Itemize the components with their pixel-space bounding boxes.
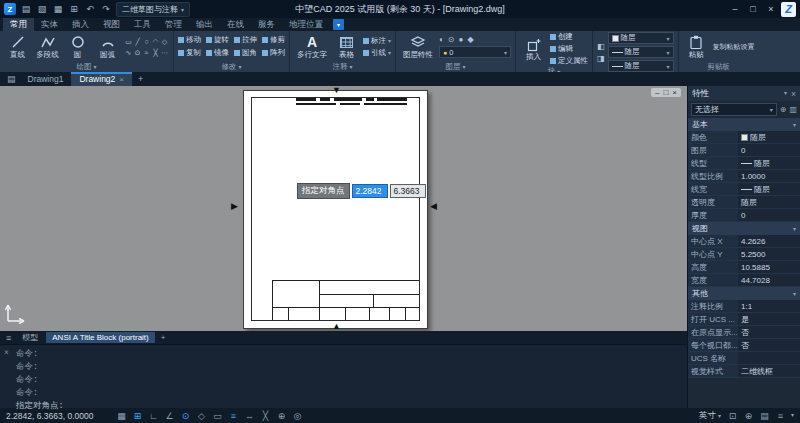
document-list-icon[interactable]: ▤ — [3, 72, 20, 86]
layer-group-label[interactable]: 图层 ▾ — [400, 61, 511, 72]
ribbon-options-icon[interactable]: ▾ — [333, 19, 344, 30]
move-button[interactable]: 移动 — [178, 35, 201, 45]
property-value[interactable]: 随层 — [738, 157, 800, 169]
layer-freeze-icon[interactable]: ⊙ — [448, 35, 455, 44]
property-value[interactable]: 随层 — [738, 196, 800, 208]
undo-icon[interactable]: ↶ — [84, 4, 96, 14]
snap-mode-icon[interactable]: ▦ — [116, 411, 127, 421]
array-button[interactable]: 阵列 — [262, 48, 285, 58]
property-value[interactable]: 随层 — [738, 131, 800, 143]
layer-dropdown[interactable]: ● 0 ▾ — [439, 46, 511, 58]
property-value[interactable]: 4.2626 — [738, 235, 800, 247]
minimize-button[interactable]: – — [727, 4, 743, 14]
property-value[interactable]: 否 — [738, 326, 800, 338]
print-icon[interactable]: ⊞ — [68, 4, 80, 14]
workspace-switcher[interactable]: 二维草图与注释 ▾ — [116, 2, 190, 17]
mdi-minimize-icon[interactable]: – — [655, 88, 659, 97]
property-value[interactable]: 随层 — [738, 183, 800, 195]
dynamic-input-x-field[interactable]: 2.2842 — [352, 184, 388, 198]
donut-icon[interactable]: ○ — [142, 36, 151, 47]
object-snap-tracking-icon[interactable]: ◇ — [196, 411, 207, 421]
circle-button[interactable]: 圆 — [64, 35, 91, 59]
copy-button[interactable]: 复制 — [178, 48, 201, 58]
command-prompt-input[interactable]: 指定对角点: — [16, 400, 681, 412]
mdi-close-icon[interactable]: × — [672, 88, 677, 97]
layer-lock-icon[interactable]: ◆ — [467, 35, 473, 44]
lineweight-control-dropdown[interactable]: 随层 ▾ — [608, 60, 674, 72]
pickadd-toggle-icon[interactable]: ⊕ — [780, 105, 787, 114]
property-value[interactable]: 二维线框 — [738, 365, 800, 377]
tab-home[interactable]: 常用 — [3, 18, 34, 31]
clean-screen-icon[interactable]: ⊡ — [727, 411, 738, 421]
property-value[interactable]: 1:1 — [738, 300, 800, 312]
lineweight-display-icon[interactable]: ▭ — [212, 411, 223, 421]
unit-dropdown[interactable]: 英寸 ▾ — [699, 410, 721, 422]
doc-tab-drawing1[interactable]: Drawing1 — [20, 72, 72, 86]
save-icon[interactable]: ▦ — [52, 4, 64, 14]
annotate-group-label[interactable]: 注释 ▾ — [294, 61, 391, 72]
object-snap-icon[interactable]: ⊙ — [180, 411, 191, 421]
tab-manage[interactable]: 管理 — [158, 18, 189, 31]
line-button[interactable]: 直线 — [4, 35, 31, 59]
dynamic-input-icon[interactable]: ≡ — [228, 411, 239, 421]
app-logo-icon[interactable]: Z — [4, 3, 16, 15]
palette-close-icon[interactable]: × — [791, 89, 796, 99]
paste-button[interactable]: 粘贴 — [683, 35, 710, 59]
chevron-down-icon[interactable]: ▾ — [784, 89, 787, 99]
stretch-button[interactable]: 拉伸 — [234, 35, 257, 45]
spline-icon[interactable]: ∿ — [124, 47, 133, 58]
tab-geolocation[interactable]: 地理位置 — [282, 18, 330, 31]
color-control-dropdown[interactable]: 随层 ▾ — [608, 32, 674, 44]
property-value[interactable]: 1.0000 — [738, 170, 800, 182]
polygon-icon[interactable]: ◇ — [160, 36, 169, 47]
insert-block-button[interactable]: 插入 — [520, 37, 547, 61]
ray-icon[interactable]: ╱ — [133, 36, 142, 47]
draw-group-label[interactable]: 绘图 ▾ — [4, 61, 169, 72]
grid-display-icon[interactable]: ⊞ — [132, 411, 143, 421]
layer-properties-button[interactable]: 图层特性 — [400, 35, 436, 59]
dynamic-ucs-icon[interactable]: ↔ — [244, 411, 255, 421]
selection-dropdown[interactable]: 无选择 ▾ — [691, 103, 777, 116]
polar-tracking-icon[interactable]: ∠ — [164, 411, 175, 421]
trim-button[interactable]: 修剪 — [262, 35, 285, 45]
section-header-basic[interactable]: 基本 ▾ — [688, 118, 800, 131]
tab-tools[interactable]: 工具 — [127, 18, 158, 31]
table-button[interactable]: 表格 — [333, 35, 360, 59]
customization-menu-icon[interactable]: ≡ — [775, 411, 786, 421]
quick-select-icon[interactable]: ▥ — [789, 105, 797, 114]
tab-insert[interactable]: 插入 — [65, 18, 96, 31]
layout-tab-ansi-a[interactable]: ANSI A Title Block (portrait) — [46, 332, 154, 343]
ortho-mode-icon[interactable]: ∟ — [148, 411, 159, 421]
command-line-panel[interactable]: × 命令: 命令: 命令: 命令: 指定对角点: — [0, 344, 687, 408]
dimension-button[interactable]: 标注▾ — [363, 36, 391, 46]
new-layout-button[interactable]: + — [157, 333, 170, 342]
match-properties-icon[interactable]: ◧ — [597, 42, 605, 51]
arc-button[interactable]: 圆弧 — [94, 35, 121, 59]
drawing-canvas[interactable]: ▶ ◀ ▼ ▲ 指定对角点 2.2842 6.3663 – □ × — [0, 86, 687, 331]
tab-online[interactable]: 在线 — [220, 18, 251, 31]
fillet-button[interactable]: 圆角 — [234, 48, 257, 58]
tab-view[interactable]: 视图 — [96, 18, 127, 31]
draw-order-icon[interactable]: ◨ — [597, 54, 605, 63]
isolate-objects-icon[interactable]: ▤ — [759, 411, 770, 421]
property-value[interactable]: 0 — [738, 209, 800, 221]
doc-tab-drawing2[interactable]: Drawing2 × — [71, 72, 132, 86]
tab-services[interactable]: 服务 — [251, 18, 282, 31]
close-button[interactable]: × — [763, 4, 779, 14]
hatch-icon[interactable]: ╳ — [151, 47, 160, 58]
rectangle-icon[interactable]: ▭ — [124, 36, 133, 47]
modify-group-label[interactable]: 修改 ▾ — [178, 61, 285, 72]
property-value[interactable]: 10.5885 — [738, 261, 800, 273]
mirror-button[interactable]: 镜像 — [206, 48, 229, 58]
lock-ui-icon[interactable]: ⊕ — [743, 411, 754, 421]
rotate-button[interactable]: 旋转 — [206, 35, 229, 45]
revision-cloud-icon[interactable]: ≈ — [142, 47, 151, 58]
copy-paste-settings-button[interactable]: 复制粘贴设置 — [713, 43, 755, 51]
property-value[interactable]: 44.7028 — [738, 274, 800, 286]
annotation-visibility-icon[interactable]: ◎ — [292, 411, 303, 421]
layer-on-icon[interactable]: ● — [459, 35, 464, 44]
tab-output[interactable]: 输出 — [189, 18, 220, 31]
model-tab[interactable]: 模型 — [16, 331, 44, 344]
property-value[interactable]: 是 — [738, 313, 800, 325]
properties-palette-header[interactable]: 特性 ▾ × — [688, 86, 800, 101]
